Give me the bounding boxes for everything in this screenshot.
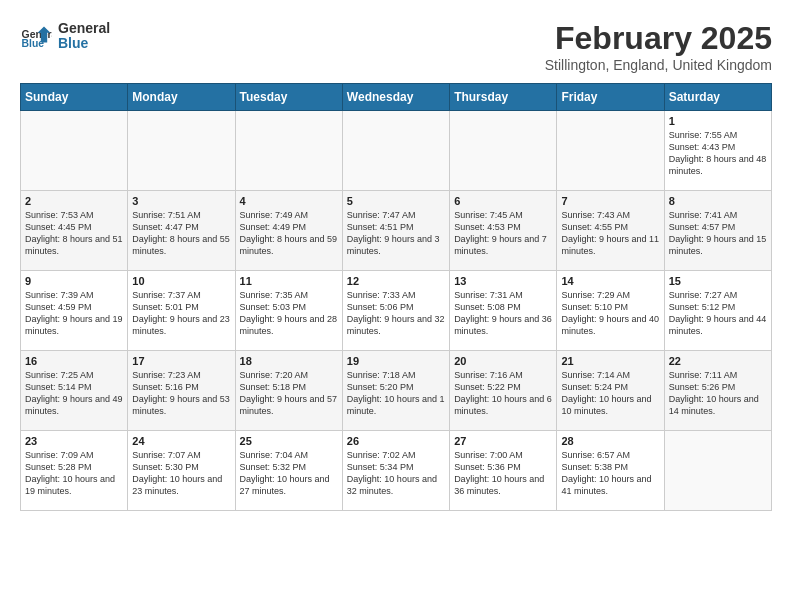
day-number: 2 <box>25 195 123 207</box>
logo: General Blue General Blue <box>20 20 110 52</box>
day-info: Sunrise: 7:04 AM Sunset: 5:32 PM Dayligh… <box>240 449 338 498</box>
day-info: Sunrise: 7:37 AM Sunset: 5:01 PM Dayligh… <box>132 289 230 338</box>
calendar-cell-2-1: 2Sunrise: 7:53 AM Sunset: 4:45 PM Daylig… <box>21 191 128 271</box>
day-number: 9 <box>25 275 123 287</box>
calendar-cell-4-4: 19Sunrise: 7:18 AM Sunset: 5:20 PM Dayli… <box>342 351 449 431</box>
day-info: Sunrise: 7:23 AM Sunset: 5:16 PM Dayligh… <box>132 369 230 418</box>
day-info: Sunrise: 7:29 AM Sunset: 5:10 PM Dayligh… <box>561 289 659 338</box>
day-info: Sunrise: 7:25 AM Sunset: 5:14 PM Dayligh… <box>25 369 123 418</box>
calendar-cell-1-1 <box>21 111 128 191</box>
day-info: Sunrise: 7:45 AM Sunset: 4:53 PM Dayligh… <box>454 209 552 258</box>
calendar-cell-1-4 <box>342 111 449 191</box>
header-wednesday: Wednesday <box>342 84 449 111</box>
day-info: Sunrise: 7:31 AM Sunset: 5:08 PM Dayligh… <box>454 289 552 338</box>
calendar-cell-5-6: 28Sunrise: 6:57 AM Sunset: 5:38 PM Dayli… <box>557 431 664 511</box>
logo-text-general: General <box>58 21 110 36</box>
day-info: Sunrise: 7:51 AM Sunset: 4:47 PM Dayligh… <box>132 209 230 258</box>
header-saturday: Saturday <box>664 84 771 111</box>
day-number: 4 <box>240 195 338 207</box>
day-number: 10 <box>132 275 230 287</box>
day-number: 1 <box>669 115 767 127</box>
calendar-cell-2-3: 4Sunrise: 7:49 AM Sunset: 4:49 PM Daylig… <box>235 191 342 271</box>
day-info: Sunrise: 7:47 AM Sunset: 4:51 PM Dayligh… <box>347 209 445 258</box>
day-number: 6 <box>454 195 552 207</box>
calendar-cell-5-5: 27Sunrise: 7:00 AM Sunset: 5:36 PM Dayli… <box>450 431 557 511</box>
day-info: Sunrise: 7:14 AM Sunset: 5:24 PM Dayligh… <box>561 369 659 418</box>
logo-text-blue: Blue <box>58 36 110 51</box>
day-info: Sunrise: 7:20 AM Sunset: 5:18 PM Dayligh… <box>240 369 338 418</box>
calendar-subtitle: Stillington, England, United Kingdom <box>545 57 772 73</box>
day-number: 15 <box>669 275 767 287</box>
day-number: 20 <box>454 355 552 367</box>
header-sunday: Sunday <box>21 84 128 111</box>
day-info: Sunrise: 7:16 AM Sunset: 5:22 PM Dayligh… <box>454 369 552 418</box>
day-info: Sunrise: 7:11 AM Sunset: 5:26 PM Dayligh… <box>669 369 767 418</box>
week-row-5: 23Sunrise: 7:09 AM Sunset: 5:28 PM Dayli… <box>21 431 772 511</box>
day-info: Sunrise: 7:55 AM Sunset: 4:43 PM Dayligh… <box>669 129 767 178</box>
calendar-cell-1-7: 1Sunrise: 7:55 AM Sunset: 4:43 PM Daylig… <box>664 111 771 191</box>
calendar-cell-2-5: 6Sunrise: 7:45 AM Sunset: 4:53 PM Daylig… <box>450 191 557 271</box>
calendar-cell-4-2: 17Sunrise: 7:23 AM Sunset: 5:16 PM Dayli… <box>128 351 235 431</box>
calendar-cell-2-4: 5Sunrise: 7:47 AM Sunset: 4:51 PM Daylig… <box>342 191 449 271</box>
day-number: 5 <box>347 195 445 207</box>
day-number: 18 <box>240 355 338 367</box>
page-header: General Blue General Blue February 2025 … <box>20 20 772 73</box>
header-tuesday: Tuesday <box>235 84 342 111</box>
day-number: 23 <box>25 435 123 447</box>
day-number: 24 <box>132 435 230 447</box>
day-info: Sunrise: 7:07 AM Sunset: 5:30 PM Dayligh… <box>132 449 230 498</box>
calendar-cell-1-3 <box>235 111 342 191</box>
calendar-cell-2-7: 8Sunrise: 7:41 AM Sunset: 4:57 PM Daylig… <box>664 191 771 271</box>
calendar-cell-5-1: 23Sunrise: 7:09 AM Sunset: 5:28 PM Dayli… <box>21 431 128 511</box>
calendar-cell-5-3: 25Sunrise: 7:04 AM Sunset: 5:32 PM Dayli… <box>235 431 342 511</box>
logo-icon: General Blue <box>20 20 52 52</box>
day-number: 3 <box>132 195 230 207</box>
day-info: Sunrise: 7:02 AM Sunset: 5:34 PM Dayligh… <box>347 449 445 498</box>
day-number: 11 <box>240 275 338 287</box>
calendar-cell-3-7: 15Sunrise: 7:27 AM Sunset: 5:12 PM Dayli… <box>664 271 771 351</box>
day-info: Sunrise: 7:35 AM Sunset: 5:03 PM Dayligh… <box>240 289 338 338</box>
week-row-3: 9Sunrise: 7:39 AM Sunset: 4:59 PM Daylig… <box>21 271 772 351</box>
calendar-cell-4-7: 22Sunrise: 7:11 AM Sunset: 5:26 PM Dayli… <box>664 351 771 431</box>
day-number: 25 <box>240 435 338 447</box>
week-row-2: 2Sunrise: 7:53 AM Sunset: 4:45 PM Daylig… <box>21 191 772 271</box>
day-info: Sunrise: 7:33 AM Sunset: 5:06 PM Dayligh… <box>347 289 445 338</box>
calendar-cell-4-1: 16Sunrise: 7:25 AM Sunset: 5:14 PM Dayli… <box>21 351 128 431</box>
calendar-cell-2-2: 3Sunrise: 7:51 AM Sunset: 4:47 PM Daylig… <box>128 191 235 271</box>
day-number: 28 <box>561 435 659 447</box>
calendar-cell-1-6 <box>557 111 664 191</box>
day-info: Sunrise: 7:53 AM Sunset: 4:45 PM Dayligh… <box>25 209 123 258</box>
day-number: 12 <box>347 275 445 287</box>
calendar-cell-4-3: 18Sunrise: 7:20 AM Sunset: 5:18 PM Dayli… <box>235 351 342 431</box>
day-number: 17 <box>132 355 230 367</box>
day-number: 16 <box>25 355 123 367</box>
calendar-cell-2-6: 7Sunrise: 7:43 AM Sunset: 4:55 PM Daylig… <box>557 191 664 271</box>
calendar-cell-3-5: 13Sunrise: 7:31 AM Sunset: 5:08 PM Dayli… <box>450 271 557 351</box>
calendar-cell-5-4: 26Sunrise: 7:02 AM Sunset: 5:34 PM Dayli… <box>342 431 449 511</box>
calendar-cell-4-6: 21Sunrise: 7:14 AM Sunset: 5:24 PM Dayli… <box>557 351 664 431</box>
day-info: Sunrise: 6:57 AM Sunset: 5:38 PM Dayligh… <box>561 449 659 498</box>
calendar-table: SundayMondayTuesdayWednesdayThursdayFrid… <box>20 83 772 511</box>
day-number: 19 <box>347 355 445 367</box>
day-number: 13 <box>454 275 552 287</box>
day-number: 7 <box>561 195 659 207</box>
day-info: Sunrise: 7:09 AM Sunset: 5:28 PM Dayligh… <box>25 449 123 498</box>
calendar-cell-5-2: 24Sunrise: 7:07 AM Sunset: 5:30 PM Dayli… <box>128 431 235 511</box>
day-number: 26 <box>347 435 445 447</box>
calendar-cell-3-2: 10Sunrise: 7:37 AM Sunset: 5:01 PM Dayli… <box>128 271 235 351</box>
day-number: 27 <box>454 435 552 447</box>
calendar-cell-1-2 <box>128 111 235 191</box>
calendar-cell-3-4: 12Sunrise: 7:33 AM Sunset: 5:06 PM Dayli… <box>342 271 449 351</box>
calendar-title: February 2025 <box>545 20 772 57</box>
day-number: 8 <box>669 195 767 207</box>
calendar-cell-3-1: 9Sunrise: 7:39 AM Sunset: 4:59 PM Daylig… <box>21 271 128 351</box>
day-info: Sunrise: 7:00 AM Sunset: 5:36 PM Dayligh… <box>454 449 552 498</box>
calendar-title-section: February 2025 Stillington, England, Unit… <box>545 20 772 73</box>
header-monday: Monday <box>128 84 235 111</box>
calendar-cell-3-3: 11Sunrise: 7:35 AM Sunset: 5:03 PM Dayli… <box>235 271 342 351</box>
day-number: 22 <box>669 355 767 367</box>
day-info: Sunrise: 7:43 AM Sunset: 4:55 PM Dayligh… <box>561 209 659 258</box>
day-info: Sunrise: 7:18 AM Sunset: 5:20 PM Dayligh… <box>347 369 445 418</box>
day-info: Sunrise: 7:49 AM Sunset: 4:49 PM Dayligh… <box>240 209 338 258</box>
header-thursday: Thursday <box>450 84 557 111</box>
